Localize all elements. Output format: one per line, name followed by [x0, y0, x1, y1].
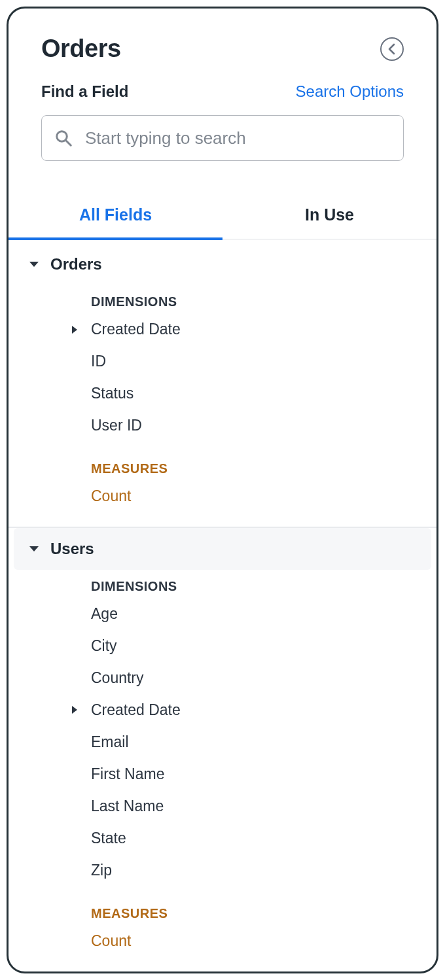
find-field-label: Find a Field: [41, 82, 128, 101]
panel-header: Orders: [9, 9, 436, 77]
field-label: Count: [67, 932, 131, 950]
field-age[interactable]: Age: [9, 598, 436, 630]
field-id[interactable]: ID: [9, 345, 436, 377]
field-label: Zip: [67, 862, 112, 879]
field-first-name[interactable]: First Name: [9, 758, 436, 790]
view-header-users[interactable]: Users: [14, 528, 431, 570]
dimensions-label: DIMENSIONS: [9, 285, 436, 313]
svg-line-1: [66, 141, 71, 146]
field-status[interactable]: Status: [9, 377, 436, 410]
field-count[interactable]: Count: [9, 925, 436, 957]
panel-title: Orders: [41, 35, 121, 63]
chevron-left-icon: [387, 43, 397, 55]
field-created-date[interactable]: Created Date: [9, 313, 436, 345]
field-email[interactable]: Email: [9, 726, 436, 758]
search-icon: [54, 128, 73, 148]
field-label: Status: [67, 385, 134, 402]
field-label: User ID: [67, 417, 142, 434]
caret-right-icon: [67, 705, 82, 715]
field-count[interactable]: Count: [9, 480, 436, 512]
field-last-name[interactable]: Last Name: [9, 790, 436, 822]
field-label: Created Date: [91, 701, 181, 719]
field-label: Created Date: [91, 321, 181, 338]
search-options-link[interactable]: Search Options: [296, 82, 404, 101]
field-state[interactable]: State: [9, 822, 436, 854]
field-tabs: All Fields In Use: [9, 198, 436, 239]
field-label: First Name: [67, 765, 164, 783]
caret-right-icon: [67, 324, 82, 335]
field-country[interactable]: Country: [9, 662, 436, 694]
search-box[interactable]: [41, 115, 404, 161]
view-list: Orders DIMENSIONS Created Date ID Status…: [9, 239, 436, 957]
search-container: [9, 107, 436, 181]
field-city[interactable]: City: [9, 630, 436, 662]
view-header-orders[interactable]: Orders: [9, 243, 436, 285]
field-label: Age: [67, 605, 118, 623]
field-label: Email: [67, 733, 129, 751]
view-name: Orders: [50, 255, 102, 273]
field-label: ID: [67, 353, 106, 370]
caret-down-icon: [28, 544, 40, 553]
measures-label: MEASURES: [9, 442, 436, 480]
field-label: Last Name: [67, 797, 164, 815]
field-label: Country: [67, 669, 144, 687]
measures-label: MEASURES: [9, 886, 436, 925]
search-input[interactable]: [85, 128, 391, 149]
field-picker-panel: Orders Find a Field Search Options All F…: [7, 7, 438, 973]
tab-all-fields[interactable]: All Fields: [9, 198, 222, 239]
collapse-panel-button[interactable]: [380, 37, 404, 61]
field-label: State: [67, 830, 126, 847]
dimensions-label: DIMENSIONS: [9, 570, 436, 598]
field-label: City: [67, 637, 117, 655]
field-zip[interactable]: Zip: [9, 854, 436, 886]
tab-in-use[interactable]: In Use: [222, 198, 436, 239]
field-label: Count: [67, 487, 131, 505]
find-field-header: Find a Field Search Options: [9, 77, 436, 107]
field-created-date[interactable]: Created Date: [9, 694, 436, 726]
view-name: Users: [50, 540, 94, 558]
field-user-id[interactable]: User ID: [9, 410, 436, 442]
caret-down-icon: [28, 260, 40, 269]
